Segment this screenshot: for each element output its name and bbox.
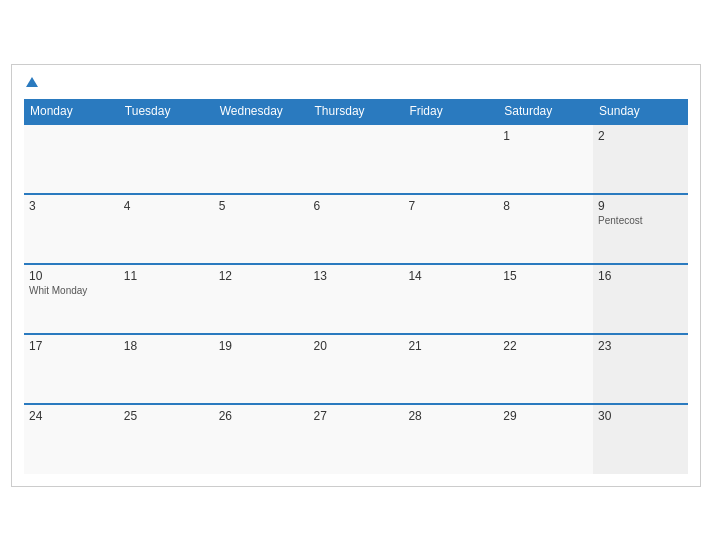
logo-text	[24, 75, 38, 91]
calendar-cell: 8	[498, 194, 593, 264]
day-number: 13	[314, 269, 399, 283]
calendar-row-week-4: 17181920212223	[24, 334, 688, 404]
calendar-cell: 3	[24, 194, 119, 264]
calendar-cell: 26	[214, 404, 309, 474]
day-number: 11	[124, 269, 209, 283]
calendar-cell: 9Pentecost	[593, 194, 688, 264]
calendar-cell: 4	[119, 194, 214, 264]
logo	[24, 75, 38, 91]
day-number: 22	[503, 339, 588, 353]
day-number: 16	[598, 269, 683, 283]
calendar-cell: 5	[214, 194, 309, 264]
weekday-header-friday: Friday	[403, 99, 498, 124]
day-number: 28	[408, 409, 493, 423]
calendar-cell: 18	[119, 334, 214, 404]
calendar-cell: 22	[498, 334, 593, 404]
weekday-header-monday: Monday	[24, 99, 119, 124]
day-number: 6	[314, 199, 399, 213]
calendar-cell: 15	[498, 264, 593, 334]
day-number: 14	[408, 269, 493, 283]
day-number: 7	[408, 199, 493, 213]
day-number: 21	[408, 339, 493, 353]
calendar-cell: 27	[309, 404, 404, 474]
calendar-cell: 7	[403, 194, 498, 264]
day-number: 29	[503, 409, 588, 423]
day-number: 4	[124, 199, 209, 213]
calendar-cell: 12	[214, 264, 309, 334]
day-number: 30	[598, 409, 683, 423]
calendar-cell: 2	[593, 124, 688, 194]
day-number: 10	[29, 269, 114, 283]
calendar-cell: 16	[593, 264, 688, 334]
day-number: 5	[219, 199, 304, 213]
calendar-cell: 1	[498, 124, 593, 194]
calendar-cell: 10Whit Monday	[24, 264, 119, 334]
day-number: 23	[598, 339, 683, 353]
weekday-header-saturday: Saturday	[498, 99, 593, 124]
day-number: 9	[598, 199, 683, 213]
day-number: 27	[314, 409, 399, 423]
calendar-cell	[24, 124, 119, 194]
calendar-cell: 28	[403, 404, 498, 474]
day-number: 26	[219, 409, 304, 423]
calendar-cell: 25	[119, 404, 214, 474]
weekday-header-row: MondayTuesdayWednesdayThursdayFridaySatu…	[24, 99, 688, 124]
calendar-cell: 14	[403, 264, 498, 334]
day-number: 19	[219, 339, 304, 353]
day-number: 24	[29, 409, 114, 423]
day-number: 1	[503, 129, 588, 143]
calendar-cell: 30	[593, 404, 688, 474]
calendar-cell: 21	[403, 334, 498, 404]
weekday-header-tuesday: Tuesday	[119, 99, 214, 124]
logo-triangle-icon	[26, 77, 38, 87]
calendar-cell	[214, 124, 309, 194]
day-number: 12	[219, 269, 304, 283]
calendar-cell: 23	[593, 334, 688, 404]
day-number: 8	[503, 199, 588, 213]
day-number: 20	[314, 339, 399, 353]
calendar-cell: 20	[309, 334, 404, 404]
day-number: 15	[503, 269, 588, 283]
calendar-table: MondayTuesdayWednesdayThursdayFridaySatu…	[24, 99, 688, 474]
weekday-header-sunday: Sunday	[593, 99, 688, 124]
calendar-cell	[119, 124, 214, 194]
calendar: MondayTuesdayWednesdayThursdayFridaySatu…	[11, 64, 701, 487]
calendar-cell: 11	[119, 264, 214, 334]
day-number: 18	[124, 339, 209, 353]
calendar-row-week-5: 24252627282930	[24, 404, 688, 474]
calendar-cell: 24	[24, 404, 119, 474]
calendar-row-week-3: 10Whit Monday111213141516	[24, 264, 688, 334]
weekday-header-wednesday: Wednesday	[214, 99, 309, 124]
holiday-label: Whit Monday	[29, 285, 114, 296]
day-number: 3	[29, 199, 114, 213]
day-number: 2	[598, 129, 683, 143]
calendar-cell: 19	[214, 334, 309, 404]
calendar-cell: 13	[309, 264, 404, 334]
calendar-body: 123456789Pentecost10Whit Monday111213141…	[24, 124, 688, 474]
weekday-header-thursday: Thursday	[309, 99, 404, 124]
calendar-cell: 6	[309, 194, 404, 264]
calendar-cell: 17	[24, 334, 119, 404]
calendar-cell: 29	[498, 404, 593, 474]
day-number: 25	[124, 409, 209, 423]
calendar-cell	[309, 124, 404, 194]
calendar-row-week-1: 12	[24, 124, 688, 194]
holiday-label: Pentecost	[598, 215, 683, 226]
calendar-row-week-2: 3456789Pentecost	[24, 194, 688, 264]
calendar-cell	[403, 124, 498, 194]
day-number: 17	[29, 339, 114, 353]
calendar-header	[24, 75, 688, 91]
